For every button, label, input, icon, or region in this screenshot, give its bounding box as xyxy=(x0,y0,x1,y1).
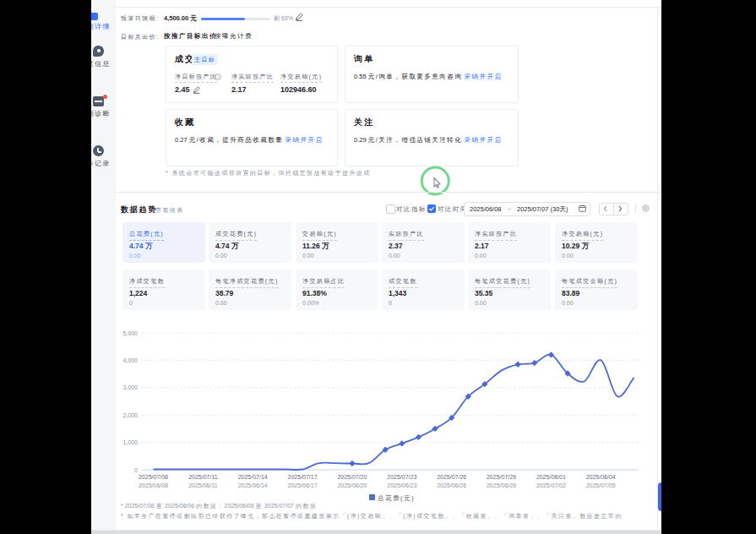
svg-text:0: 0 xyxy=(134,467,138,473)
svg-text:2025/07/14: 2025/07/14 xyxy=(238,474,268,480)
svg-text:2025/06/17: 2025/06/17 xyxy=(288,482,318,488)
svg-text:2,000: 2,000 xyxy=(122,412,138,418)
svg-text:2025/07/05: 2025/07/05 xyxy=(586,482,616,488)
svg-text:2025/07/17: 2025/07/17 xyxy=(288,474,318,480)
svg-text:2025/08/04: 2025/08/04 xyxy=(586,474,616,480)
svg-text:2025/06/26: 2025/06/26 xyxy=(437,482,466,488)
svg-text:2025/07/11: 2025/07/11 xyxy=(188,474,218,480)
svg-text:3,000: 3,000 xyxy=(122,384,138,390)
svg-text:2025/06/29: 2025/06/29 xyxy=(487,482,516,488)
svg-text:2025/07/08: 2025/07/08 xyxy=(139,474,168,480)
svg-text:2025/06/08: 2025/06/08 xyxy=(139,482,168,488)
svg-text:4,000: 4,000 xyxy=(122,357,138,363)
svg-text:i: i xyxy=(217,74,218,79)
svg-text:1,000: 1,000 xyxy=(122,439,138,445)
svg-text:2025/08/01: 2025/08/01 xyxy=(536,474,566,480)
svg-text:2025/07/29: 2025/07/29 xyxy=(487,474,516,480)
svg-text:5,000: 5,000 xyxy=(122,330,138,336)
svg-text:2025/07/02: 2025/07/02 xyxy=(536,482,566,488)
svg-text:2025/07/20: 2025/07/20 xyxy=(337,474,367,480)
svg-text:2025/06/23: 2025/06/23 xyxy=(387,482,416,488)
svg-text:2025/06/14: 2025/06/14 xyxy=(238,482,268,488)
svg-text:2025/06/11: 2025/06/11 xyxy=(188,482,218,488)
svg-text:2025/06/20: 2025/06/20 xyxy=(337,482,367,488)
svg-text:2025/07/23: 2025/07/23 xyxy=(387,474,416,480)
svg-text:2025/07/26: 2025/07/26 xyxy=(437,474,466,480)
